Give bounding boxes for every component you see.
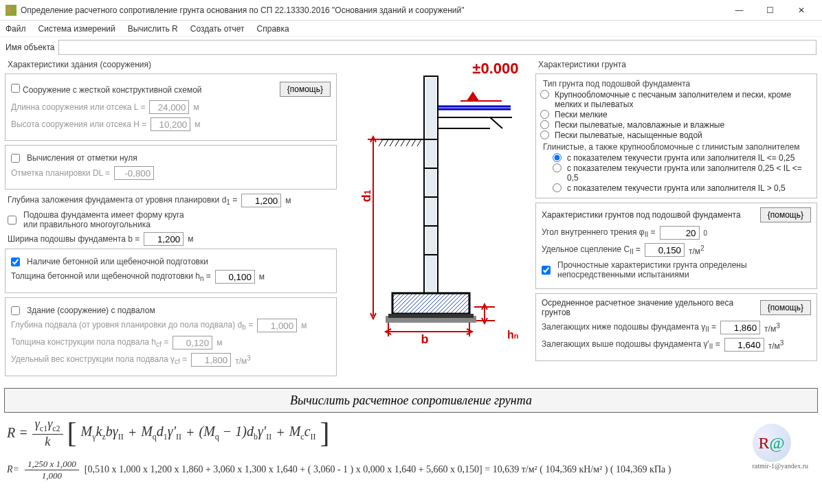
soil-radio-fine-sand[interactable] [540,110,549,119]
app-icon [5,5,16,16]
length-input[interactable] [149,100,189,114]
c-label: Удельное сцепление CII = [542,244,641,255]
hcf-label: Толщина конструкции пола подвала hcf = [11,337,168,348]
soil-radio-il05[interactable] [553,163,562,172]
soil-label-il025: с показателем текучести грунта или запол… [567,153,812,163]
d1-input[interactable] [241,194,281,207]
svg-rect-33 [388,314,474,318]
clay-group-title: Глинистые, а также крупнообломочные с гл… [543,142,812,152]
gamma2p-unit: т/м3 [768,339,784,351]
foundation-diagram-panel: ±0.000 d1 b hn [342,58,531,381]
c-unit: т/м2 [689,244,704,256]
db-label: Глубина подвала (от уровня планировки до… [11,320,253,331]
svg-line-20 [401,139,405,146]
soil-radio-il025[interactable] [553,153,562,162]
avg-weight-help-button[interactable]: {помощь} [760,300,811,315]
object-name-input[interactable] [58,40,817,55]
basement-label: Здание (сооружение) с подвалом [27,306,155,315]
menu-calc-r[interactable]: Вычислить R [128,24,178,34]
gamma2p-input[interactable] [724,338,764,352]
formula-area: R@ ratmir-1@yandex.ru R = γc1γc2k [ Mγkz… [0,417,822,488]
soil-characteristics-panel: Характеристики грунта Тип грунта под под… [535,58,818,381]
window-title: Определение расчетного сопротивление гру… [21,5,465,15]
db-unit: м [301,321,307,330]
svg-line-22 [412,139,416,146]
gcf-unit: т/м3 [235,354,251,366]
hn-input[interactable] [215,270,255,284]
soil-label-ilgt05: с показателем текучести грунта или запол… [567,183,812,193]
b-label: Ширина подошвы фундамента b = [8,234,140,244]
strength-tested-label: Прочностные характеристики грунта опреде… [557,260,747,279]
b-unit: м [188,234,193,244]
soil-label-coarse: Крупнообломочные с песчаным заполнителем… [555,90,812,109]
object-name-row: Имя объекта [0,37,822,58]
dl-label: Отметка планировки DL = [11,168,110,178]
gcf-label: Удельный вес конструкции пола подвала γc… [11,354,187,365]
result-body: [0,510 x 1,000 x 1,200 x 1,860 + 3,060 x… [85,464,671,475]
svg-line-16 [379,139,383,146]
d1-unit: м [285,196,291,205]
svg-rect-25 [425,78,436,292]
soil-radio-coarse[interactable] [540,90,549,99]
annot-d1: d1 [359,190,374,203]
preparation-checkbox[interactable] [11,257,20,266]
b-input[interactable] [144,232,184,246]
height-input[interactable] [151,117,190,131]
d1-label: Глубина заложения фундамента от уровня п… [8,195,237,206]
dl-input[interactable] [114,166,154,180]
basement-checkbox[interactable] [11,306,20,315]
gamma2-input[interactable] [720,321,760,334]
soil-label-il05: с показателем текучести грунта или запол… [567,163,812,183]
menu-help[interactable]: Справка [257,24,289,34]
hn-label: Толщина бетонной или щебеночной подготов… [11,271,211,282]
phi-input[interactable] [660,226,700,240]
annot-hn: hn [507,329,519,341]
phi-unit: 0 [704,229,708,237]
db-input[interactable] [257,319,297,332]
strength-tested-checkbox[interactable] [542,266,551,275]
menu-create-report[interactable]: Создать отчет [190,24,245,34]
author-email: ratmir-1@yandex.ru [753,462,808,470]
height-label: Высота сооружения или отсека H = [11,119,146,129]
gcf-input[interactable] [191,353,231,367]
gamma2p-label: Залегающих выше подошвы фундамента γ'II … [542,339,720,350]
menubar: Файл Система измерений Вычислить R Созда… [0,21,822,37]
zero-mark-label: Вычисления от отметки нуля [27,153,137,163]
building-help-button[interactable]: {помощь} [280,82,331,97]
main-formula: R = γc1γc2k [ MγkzbγII + Mqd1γ'II + (Mq … [7,417,815,449]
svg-line-14 [490,117,502,128]
length-label: Длинна сооружения или отсека L = [11,102,145,112]
soil-label-silty-sat: Пески пылеватые, насыщенные водой [555,130,812,140]
hn-unit: м [259,272,265,282]
rigid-scheme-checkbox[interactable] [11,84,20,93]
svg-rect-31 [392,293,469,314]
foundation-diagram: ±0.000 d1 b hn [347,58,526,347]
circle-footing-checkbox[interactable] [8,216,16,225]
result-formula: R= 1,250 x 1,0001,000 [0,510 x 1,000 x 1… [7,459,815,481]
phi-label: Угол внутреннего трения φII = [542,227,656,238]
svg-line-17 [384,139,388,146]
calculate-button[interactable]: Вычислить расчетное сопротивление грунта [4,388,818,413]
circle-footing-label: Подошва фундамента имеет форму кругаили … [23,210,184,229]
annot-b: b [421,332,429,347]
minimize-button[interactable]: — [724,0,755,21]
menu-measurement[interactable]: Система измерений [38,24,115,34]
soil-radio-ilgt05[interactable] [553,183,562,192]
hcf-unit: м [216,338,222,347]
close-button[interactable]: ✕ [786,0,817,21]
soil-radio-silty-sat[interactable] [540,130,549,139]
c-input[interactable] [645,243,685,257]
svg-marker-9 [467,93,478,101]
height-unit: м [195,119,200,129]
building-panel-title: Характеристики здания (сооружения) [8,60,337,69]
object-name-label: Имя объекта [5,43,54,52]
menu-file[interactable]: Файл [5,24,26,34]
hcf-input[interactable] [173,336,212,350]
svg-line-21 [406,139,410,146]
soil-help-button[interactable]: {помощь} [760,207,811,222]
soil-radio-silty-moist[interactable] [540,120,549,129]
maximize-button[interactable]: ☐ [755,0,786,21]
zero-mark-checkbox[interactable] [11,154,20,163]
gamma2-unit: т/м3 [764,322,780,334]
preparation-label: Наличие бетонной или щебеночной подготов… [27,257,208,266]
